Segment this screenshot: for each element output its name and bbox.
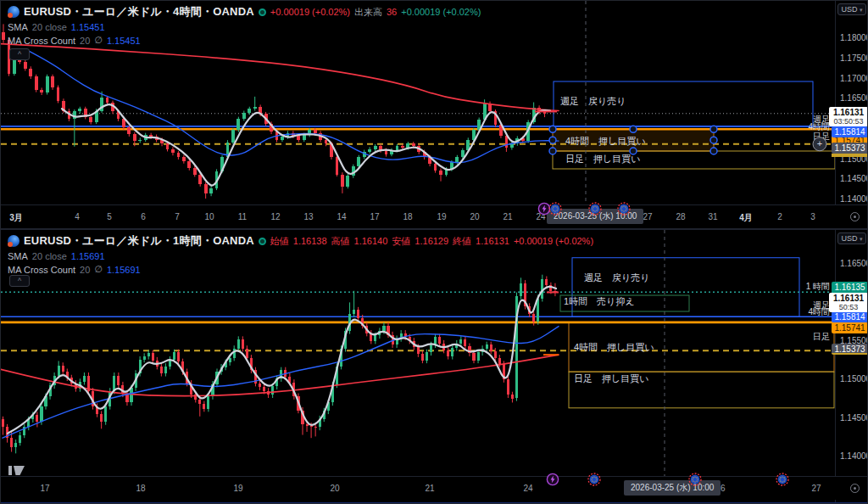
plus-icon: +	[817, 138, 822, 148]
eu-economic-event-icon[interactable]	[548, 202, 562, 216]
indicator-sma-value: 1.15451	[71, 22, 105, 32]
price-axis-label: 1.15000	[840, 374, 868, 384]
flash-event-icon[interactable]	[546, 473, 559, 486]
price-axis-label: 1.16500	[840, 93, 868, 103]
date-label: 3	[810, 212, 815, 221]
indicator-macross-name[interactable]: MA Cross Count	[8, 36, 75, 46]
level-price-label: 1.15373	[832, 143, 868, 154]
symbol-logo-icon[interactable]	[8, 235, 19, 247]
date-label: 3月	[9, 212, 23, 224]
eu-economic-event-icon[interactable]	[617, 202, 631, 216]
candles-layer[interactable]	[2, 24, 546, 199]
price-axis-1h[interactable]: USD ▾ 1.165001.155001.150001.145001.1400…	[835, 230, 868, 502]
time-axis-4h[interactable]: 3月456710111213141718192021242728314月2320…	[1, 204, 868, 228]
market-status-icon[interactable]	[259, 8, 266, 16]
selection-handle[interactable]	[549, 126, 556, 132]
date-label: 14	[337, 212, 346, 221]
current-price-box: 1.1613103:50:53	[829, 107, 868, 126]
high-value: 1.16140	[354, 236, 388, 246]
date-label: 27	[811, 484, 821, 493]
zone-label: 1時間 売り抑え	[564, 296, 635, 306]
date-label: 6	[141, 212, 146, 221]
symbol-title[interactable]: EURUSD・ユーロ／米ドル・4時間・OANDA	[24, 4, 254, 20]
weekly-sell-zone[interactable]	[572, 258, 799, 317]
open-label: 始値	[270, 235, 289, 248]
time-axis-1h[interactable]: 17181920212426272026-03-25 (水) 10:00	[1, 476, 868, 500]
selection-handle[interactable]	[710, 126, 717, 132]
change-value: +0.00019 (+0.02%)	[514, 236, 593, 246]
level-price-label: 1.15814	[832, 126, 868, 137]
bar-countdown: 03:50:53	[829, 117, 868, 126]
level-price-label-sliver	[832, 154, 868, 157]
date-label: 19	[437, 212, 446, 221]
date-label: 31	[708, 212, 717, 221]
indicator-sma-name[interactable]: SMA	[8, 251, 28, 261]
line-name-label: 4時間	[808, 122, 830, 132]
symbol-logo-icon[interactable]	[8, 6, 19, 18]
change-value: +0.00019 (+0.02%)	[270, 7, 350, 17]
volume-change: +0.00019 (+0.02%)	[401, 7, 481, 17]
price-axis-label: 1.17000	[840, 74, 868, 83]
selection-handle[interactable]	[549, 137, 556, 143]
tradingview-logo[interactable]	[8, 464, 26, 476]
price-axis-label: 1.14500	[840, 174, 868, 183]
zone-label: 日足 押し目買い	[574, 373, 649, 384]
selection-handle[interactable]	[630, 126, 637, 132]
price-axis-4h[interactable]: USD ▾ 1.180001.175001.170001.165001.1500…	[835, 1, 868, 228]
date-label: 12	[270, 212, 280, 221]
date-label: 19	[233, 484, 242, 493]
eu-economic-event-icon[interactable]	[588, 202, 602, 216]
date-label: 21	[425, 484, 434, 493]
close-label: 終値	[453, 235, 471, 248]
currency-selector[interactable]: USD ▾	[837, 232, 866, 244]
date-label: 4	[75, 212, 80, 221]
indicator-sma-name[interactable]: SMA	[8, 22, 28, 32]
current-price-label: 1.16131	[829, 108, 868, 117]
low-label: 安値	[392, 235, 410, 248]
timezone-icon[interactable]	[850, 484, 860, 493]
eu-economic-event-icon[interactable]	[587, 473, 601, 486]
chart-panel-4h[interactable]: 週足 戻り売り4時間 押し目買い日足 押し目買い週足4時間日足+ EURUSD・…	[1, 1, 868, 230]
date-label: 2	[777, 212, 782, 221]
eu-economic-event-icon[interactable]	[776, 473, 789, 486]
selection-handle[interactable]	[710, 148, 717, 154]
crosshair-date-tooltip: 2026-03-25 (水) 10:00	[624, 480, 721, 496]
volume-value: 36	[387, 7, 397, 17]
eu-economic-event-icon[interactable]	[688, 473, 702, 486]
indicator-macross-value: 1.15451	[107, 36, 141, 46]
candles-layer[interactable]	[2, 275, 557, 454]
price-axis-label: 1.18000	[840, 33, 868, 42]
date-label: 4月	[739, 212, 753, 224]
tradingview-window: 週足 戻り売り4時間 押し目買い日足 押し目買い週足4時間日足+ EURUSD・…	[0, 0, 868, 504]
date-label: 20	[330, 484, 339, 493]
indicator-sma-args: 20 close	[32, 251, 67, 261]
date-label: 21	[503, 212, 512, 221]
indicator-macross-args: 20	[80, 36, 90, 46]
date-label: 18	[136, 484, 145, 493]
selection-handle[interactable]	[710, 137, 717, 143]
sma-20-blue	[3, 327, 559, 439]
zone-label: 週足 戻り売り	[584, 272, 650, 283]
add-alert-button[interactable]: +	[813, 137, 826, 151]
date-label: 18	[403, 212, 412, 221]
symbol-title[interactable]: EURUSD・ユーロ／米ドル・1時間・OANDA	[24, 233, 254, 249]
current-price-label: 1.16131	[829, 294, 868, 303]
indicator-macross-args: 20	[80, 265, 90, 275]
selection-handle[interactable]	[549, 148, 556, 154]
null-set-icon: ∅	[94, 35, 103, 46]
currency-selector[interactable]: USD ▾	[837, 3, 866, 15]
zone-label: 日足 押し目買い	[565, 154, 641, 164]
price-axis-label: 1.14500	[840, 413, 868, 423]
timezone-icon[interactable]	[850, 212, 860, 221]
indicator-macross-name[interactable]: MA Cross Count	[8, 265, 75, 275]
chevron-down-icon: ▾	[860, 236, 863, 242]
chevron-down-icon: ▾	[860, 7, 863, 13]
chart-panel-1h[interactable]: 週足 戻り売り1時間 売り抑え4時間 押し目買い日足 押し目買い1 時間週足4時…	[1, 230, 868, 502]
open-value: 1.16138	[293, 236, 327, 246]
date-label: 27	[643, 212, 652, 221]
indicator-macross-value: 1.15691	[107, 265, 141, 275]
market-status-icon[interactable]	[259, 238, 266, 245]
date-label: 5	[107, 212, 112, 221]
date-label: 17	[40, 484, 49, 493]
legend-collapse-button[interactable]: ^	[9, 48, 30, 60]
